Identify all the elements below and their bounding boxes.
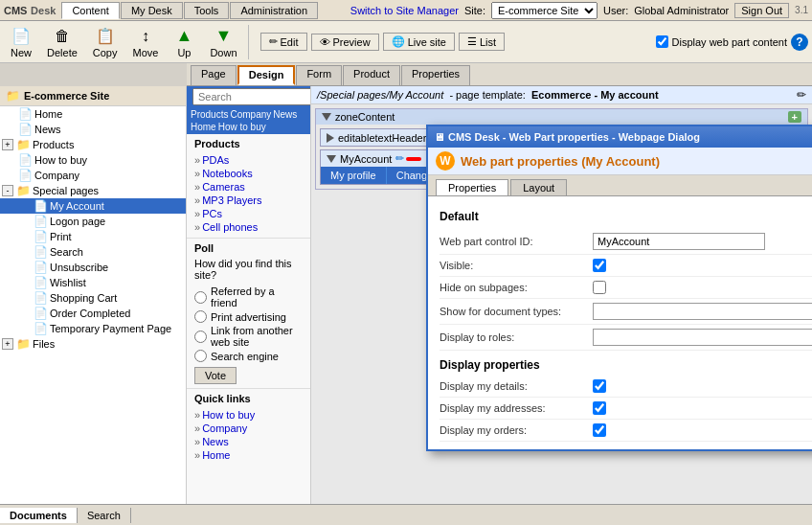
up-label: Up: [177, 47, 191, 58]
nav-home-link[interactable]: Home: [191, 122, 216, 132]
myaddresses-checkbox[interactable]: [593, 401, 606, 415]
site-selector[interactable]: E-commerce Site: [491, 2, 598, 19]
tab-content[interactable]: Content: [61, 2, 120, 19]
sidebar-item-search[interactable]: 📄 Search: [0, 244, 186, 260]
tab-design[interactable]: Design: [237, 65, 296, 85]
livesite-label: Live site: [408, 36, 446, 48]
visible-checkbox[interactable]: [593, 259, 606, 272]
hideonsubpages-checkbox[interactable]: [593, 281, 606, 294]
sidebar-item-howtobuy[interactable]: 📄 How to buy: [0, 152, 186, 168]
dialog-title-text: CMS Desk - Web Part properties - Webpage…: [448, 131, 700, 143]
sidebar-item-wishlist[interactable]: 📄 Wishlist: [0, 275, 186, 290]
preview-button[interactable]: 👁 Preview: [311, 34, 379, 51]
doctypes-input[interactable]: [593, 303, 812, 320]
product-pcs[interactable]: PCs: [194, 207, 303, 220]
product-cameras[interactable]: Cameras: [194, 180, 303, 194]
tab-page[interactable]: Page: [191, 65, 237, 85]
tree-toggle-files[interactable]: +: [2, 338, 13, 350]
controlid-input[interactable]: [593, 233, 765, 250]
sidebar: 📁 E-commerce Site 📄 Home 📄 News + 📁 Prod…: [0, 86, 187, 504]
page-icon-news: 📄: [17, 123, 33, 136]
tab-mydesk[interactable]: My Desk: [121, 2, 183, 19]
livesite-button[interactable]: 🌐 Live site: [383, 33, 455, 51]
nav-howtobuy-link[interactable]: How to buy: [218, 122, 266, 132]
sidebar-label-unsubscribe: Unsubscribe: [50, 262, 108, 273]
sidebar-label-print: Print: [50, 231, 72, 242]
display-webpart-checkbox[interactable]: [656, 35, 668, 48]
nav-news-link[interactable]: News: [273, 109, 297, 120]
down-button[interactable]: ▼ Down: [203, 23, 243, 61]
quicklink-news[interactable]: News: [194, 435, 303, 448]
dialog-content: Default Web part control ID: Visible:: [428, 196, 812, 449]
switch-site-manager-link[interactable]: Switch to Site Manager: [350, 5, 459, 16]
quicklink-howtobuy[interactable]: How to buy: [194, 408, 303, 422]
site-label: Site:: [464, 5, 485, 16]
status-bar: Documents Search: [0, 504, 812, 525]
left-panel: Products Company News Home How to buy Pr…: [187, 86, 311, 504]
product-mp3[interactable]: MP3 Players: [194, 194, 303, 207]
new-button[interactable]: 📄 New: [4, 23, 38, 61]
search-input[interactable]: [192, 88, 311, 105]
sidebar-item-myaccount[interactable]: 📄 My Account: [0, 198, 186, 214]
product-pdas[interactable]: PDAs: [194, 153, 303, 167]
form-row-controlid: Web part control ID:: [440, 229, 812, 255]
sidebar-item-ordercompleted[interactable]: 📄 Order Completed: [0, 306, 186, 321]
tab-administration[interactable]: Administration: [230, 2, 318, 19]
poll-label-2: Print advertising: [211, 311, 286, 323]
tab-tools[interactable]: Tools: [184, 2, 230, 19]
folder-icon-special: 📁: [15, 184, 31, 197]
status-tab-search[interactable]: Search: [78, 508, 131, 523]
sidebar-item-shoppingcart[interactable]: 📄 Shopping Cart: [0, 290, 186, 306]
quicklink-company[interactable]: Company: [194, 422, 303, 435]
dialog-subtitle: W Web part properties (My Account) 📄 Doc…: [428, 148, 812, 175]
sidebar-label-company: Company: [34, 170, 79, 181]
sidebar-item-products[interactable]: + 📁 Products: [0, 137, 186, 152]
quicklink-home[interactable]: Home: [194, 448, 303, 462]
list-button[interactable]: ☰ List: [459, 33, 505, 51]
tab-form[interactable]: Form: [296, 65, 342, 85]
sidebar-item-special[interactable]: - 📁 Special pages: [0, 183, 186, 198]
help-icon[interactable]: ?: [791, 34, 808, 51]
sidebar-item-news[interactable]: 📄 News: [0, 122, 186, 137]
roles-input[interactable]: [593, 329, 812, 346]
sidebar-item-company[interactable]: 📄 Company: [0, 168, 186, 183]
up-button[interactable]: ▲ Up: [167, 23, 201, 61]
dialog-tab-properties[interactable]: Properties: [436, 179, 508, 195]
sidebar-item-logon[interactable]: 📄 Logon page: [0, 214, 186, 229]
poll-radio-3[interactable]: [194, 331, 207, 343]
signout-button[interactable]: Sign Out: [734, 3, 789, 18]
poll-radio-1[interactable]: [194, 291, 207, 304]
status-tab-documents[interactable]: Documents: [0, 508, 78, 523]
sidebar-item-unsubscribe[interactable]: 📄 Unsubscribe: [0, 260, 186, 275]
product-notebooks[interactable]: Notebooks: [194, 167, 303, 180]
edit-button[interactable]: ✏ Edit: [260, 33, 307, 51]
dialog-tab-layout[interactable]: Layout: [510, 179, 567, 195]
app-name-cms: CMS: [4, 5, 27, 16]
vote-button[interactable]: Vote: [194, 367, 237, 384]
page-icon-unsubscribe: 📄: [33, 261, 48, 274]
poll-radio-4[interactable]: [194, 350, 207, 362]
copy-button[interactable]: 📋 Copy: [86, 23, 124, 61]
tree-toggle-special[interactable]: -: [2, 185, 13, 196]
nav-products-link[interactable]: Products: [191, 109, 228, 120]
page-tab-bar: Page Design Form Product Properties: [187, 63, 812, 86]
nav-company-link[interactable]: Company: [230, 109, 271, 120]
delete-button[interactable]: 🗑 Delete: [40, 23, 84, 61]
top-bar: CMS Desk Content My Desk Tools Administr…: [0, 0, 812, 21]
tab-product[interactable]: Product: [343, 65, 400, 85]
sidebar-item-print[interactable]: 📄 Print: [0, 229, 186, 244]
sidebar-label-wishlist: Wishlist: [50, 277, 86, 288]
tab-properties[interactable]: Properties: [401, 65, 470, 85]
tree-toggle-products[interactable]: +: [2, 139, 13, 150]
sidebar-item-home[interactable]: 📄 Home: [0, 106, 186, 122]
page-icon-company: 📄: [17, 169, 33, 182]
new-icon: 📄: [11, 26, 32, 47]
poll-radio-2[interactable]: [194, 310, 207, 323]
move-button[interactable]: ↕ Move: [126, 23, 166, 61]
copy-icon: 📋: [95, 26, 116, 47]
mydetails-checkbox[interactable]: [593, 379, 606, 393]
product-cellphones[interactable]: Cell phones: [194, 220, 303, 234]
sidebar-item-files[interactable]: + 📁 Files: [0, 336, 186, 352]
sidebar-item-temppayment[interactable]: 📄 Temporary Payment Page: [0, 321, 186, 336]
myorders-checkbox[interactable]: [593, 423, 606, 437]
